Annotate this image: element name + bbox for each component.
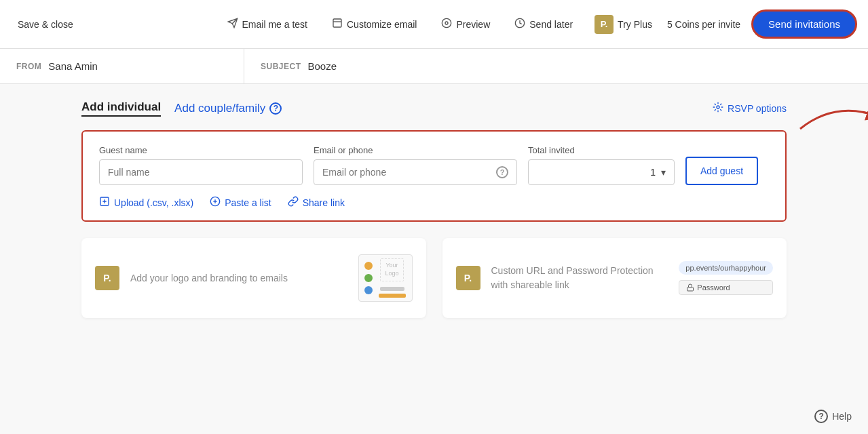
send-icon [227,18,238,31]
try-plus-button[interactable]: P. Try Plus [590,9,656,39]
url-pill: pp.events/ourhappyhour [679,261,773,275]
customize-email-button[interactable]: Customize email [325,12,423,37]
clock-icon [514,18,525,31]
add-guest-label: Add guest [700,165,743,176]
subject-section: SUBJECT Booze [244,49,353,83]
dots-column [364,262,373,294]
from-section: FROM Sana Amin [0,49,244,83]
preview-button[interactable]: Preview [434,12,497,37]
coins-per-invite: 5 Coins per invite [667,19,740,30]
form-links-row: Upload (.csv, .xlsx) Paste a list Share … [99,196,769,210]
url-visual: pp.events/ourhappyhour Password [679,261,773,295]
total-invited-label: Total invited [528,145,675,155]
promo-card-url: P. Custom URL and Password Protection wi… [442,238,787,318]
logo-placeholder: YourLogo [380,258,403,281]
svg-point-3 [442,18,451,27]
lock-icon [686,283,694,292]
svg-point-4 [445,22,448,24]
promo-card-url-text: Custom URL and Password Protection with … [491,264,668,292]
subject-value: Booze [308,60,337,72]
total-invited-field: Total invited ▾ [528,145,675,185]
share-link[interactable]: Share link [288,196,345,210]
guest-form-box: Guest name Email or phone ? Total invite… [81,130,787,222]
email-phone-input[interactable] [322,160,496,184]
subject-label: SUBJECT [261,62,301,71]
save-close-button[interactable]: Save & close [11,14,80,35]
guest-name-label: Guest name [99,145,303,155]
rsvp-options-label: RSVP options [728,103,787,114]
from-value: Sana Amin [48,60,98,72]
from-subject-bar: FROM Sana Amin SUBJECT Booze [0,49,868,84]
customize-icon [332,18,343,31]
total-invited-input[interactable] [537,160,656,184]
promo-card-logo-text: Add your logo and branding to emails [130,271,347,285]
email-phone-field: Email or phone ? [314,145,517,185]
password-label: Password [697,283,730,292]
svg-rect-2 [333,19,341,27]
add-tabs-row: Add individual Add couple/family ? RSVP … [81,100,787,117]
tab-couple[interactable]: Add couple/family ? [174,102,282,115]
dot-blue [364,286,373,294]
dot-green [364,274,373,282]
password-pill: Password [679,280,773,295]
try-plus-icon: P. [595,15,614,34]
send-invitations-button[interactable]: Send invitations [751,9,857,39]
help-circle-icon[interactable]: ? [269,102,282,115]
link-icon [288,196,299,210]
gear-icon [713,102,723,115]
form-fields-row: Guest name Email or phone ? Total invite… [99,145,769,185]
paste-link[interactable]: Paste a list [210,196,271,210]
guest-name-input[interactable] [99,159,303,185]
add-tabs-left: Add individual Add couple/family ? [81,100,282,117]
promo-card-url-icon: P. [456,266,480,290]
rsvp-options-container: RSVP options [713,102,787,115]
preview-label: Preview [456,19,490,30]
svg-rect-11 [687,288,694,292]
total-invited-wrapper: ▾ [528,159,675,185]
promo-card-logo: P. Add your logo and branding to emails … [81,238,426,318]
card-line-2 [379,294,406,298]
share-label: Share link [303,197,345,208]
promo-card-logo-icon: P. [95,266,119,290]
svg-point-6 [717,106,719,108]
promo-card-logo-visual: YourLogo [358,254,413,302]
email-test-button[interactable]: Email me a test [221,12,314,37]
try-plus-label: Try Plus [618,19,652,30]
paste-label: Paste a list [225,197,271,208]
main-content: Add individual Add couple/family ? RSVP … [0,84,868,334]
info-icon[interactable]: ? [496,166,508,178]
tab-individual[interactable]: Add individual [81,100,161,117]
send-later-button[interactable]: Send later [508,12,580,37]
from-label: FROM [16,62,41,71]
save-close-label: Save & close [18,19,73,30]
upload-link[interactable]: Upload (.csv, .xlsx) [99,196,193,210]
dot-orange [364,262,373,270]
rsvp-arrow-annotation [793,95,868,136]
paste-icon [210,196,221,210]
upload-label: Upload (.csv, .xlsx) [114,197,193,208]
card-line-1 [380,287,404,291]
email-phone-wrapper: ? [314,159,517,185]
add-guest-button[interactable]: Add guest [685,157,758,185]
promo-cards-row: P. Add your logo and branding to emails … [81,238,787,318]
guest-name-field: Guest name [99,145,303,185]
send-later-label: Send later [529,19,573,30]
customize-email-label: Customize email [347,19,417,30]
tab-couple-label: Add couple/family [174,102,265,115]
chevron-down-icon[interactable]: ▾ [661,167,666,178]
upload-icon [99,196,110,210]
toolbar: Save & close Email me a test Customize e… [0,0,868,49]
email-test-label: Email me a test [242,19,307,30]
preview-icon [441,18,452,31]
send-invitations-label: Send invitations [768,18,840,30]
email-phone-label: Email or phone [314,145,517,155]
rsvp-options-button[interactable]: RSVP options [713,102,787,115]
